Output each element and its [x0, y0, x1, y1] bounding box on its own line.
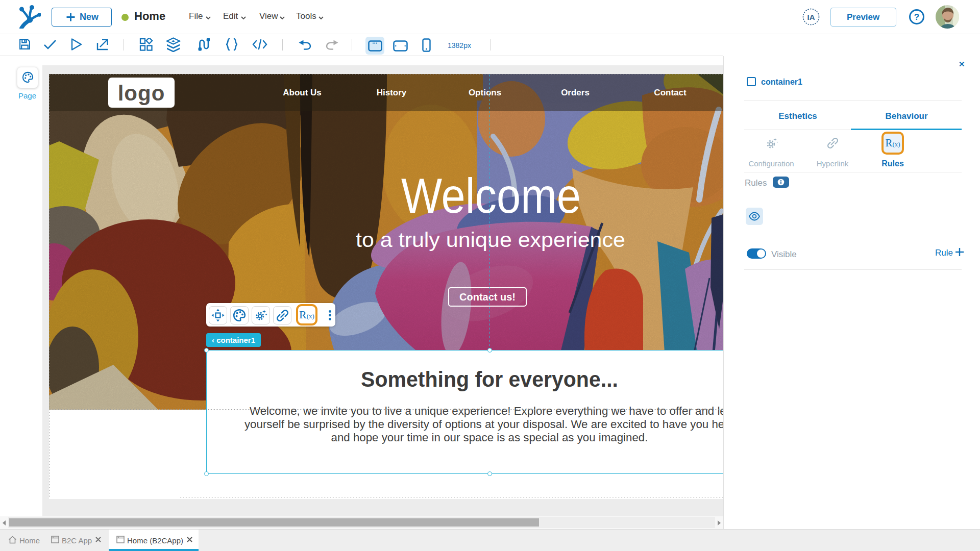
svg-text:?: ? [914, 12, 919, 22]
svg-text:IA: IA [807, 13, 815, 21]
